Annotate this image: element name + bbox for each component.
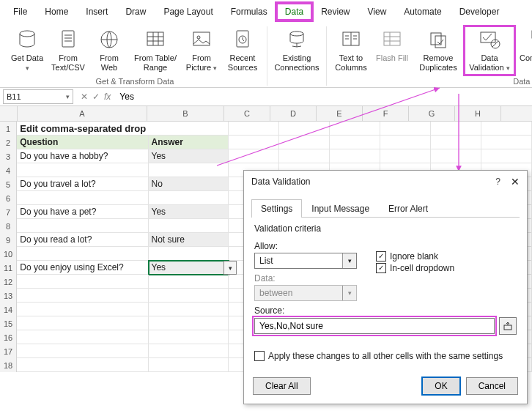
row-header[interactable]: 15 <box>0 316 17 330</box>
cell-B1[interactable] <box>148 122 229 136</box>
cell-B17[interactable] <box>149 344 229 358</box>
cell-A2[interactable]: Question <box>17 136 148 149</box>
cell-F1[interactable] <box>380 122 431 136</box>
row-header[interactable]: 8 <box>0 219 17 233</box>
cell-A1[interactable]: Edit comma-separated drop down list <box>17 122 148 136</box>
help-button[interactable]: ? <box>495 177 500 187</box>
btn-text-to-columns[interactable]: Text to Columns <box>331 26 371 75</box>
cell-C2[interactable] <box>229 136 279 149</box>
tab-view[interactable]: View <box>359 3 396 21</box>
cell-A11[interactable]: Do you enjoy using Excel? <box>17 261 148 275</box>
select-all-corner[interactable] <box>0 106 18 121</box>
cell-A17[interactable] <box>17 344 148 358</box>
cell-A4[interactable] <box>17 163 148 177</box>
allow-combo[interactable]: List▾ <box>254 253 357 269</box>
dialog-tab-input-message[interactable]: Input Message <box>302 199 379 218</box>
cell-A10[interactable] <box>17 247 148 261</box>
tab-file[interactable]: File <box>4 3 36 21</box>
name-box[interactable]: B11▾ <box>3 89 73 104</box>
cell-B10[interactable] <box>149 247 229 261</box>
btn-get-data[interactable]: Get Data ▾ <box>7 26 47 75</box>
cell-H1[interactable] <box>481 122 532 136</box>
cell-B18[interactable] <box>149 358 229 372</box>
col-header-D[interactable]: D <box>270 106 317 121</box>
cell-A6[interactable] <box>17 191 148 205</box>
col-header-H[interactable]: H <box>455 106 501 121</box>
row-header[interactable]: 17 <box>0 344 17 358</box>
row-header[interactable]: 10 <box>0 247 17 261</box>
row-header[interactable]: 11 <box>0 261 17 275</box>
row-header[interactable]: 3 <box>0 149 17 163</box>
cell-B2[interactable]: Answer <box>149 136 229 149</box>
cell-H2[interactable] <box>481 136 532 149</box>
tab-data[interactable]: Data <box>276 3 312 21</box>
cell-D3[interactable] <box>279 149 330 163</box>
tab-formulas[interactable]: Formulas <box>222 3 276 21</box>
cell-B11[interactable]: Yes <box>149 261 229 275</box>
cell-C1[interactable] <box>229 122 279 136</box>
cell-G3[interactable] <box>431 149 481 163</box>
cell-A13[interactable] <box>17 289 148 303</box>
row-header[interactable]: 6 <box>0 191 17 205</box>
tab-insert[interactable]: Insert <box>77 3 117 21</box>
col-header-C[interactable]: C <box>224 106 270 121</box>
dialog-tab-settings[interactable]: Settings <box>251 199 302 218</box>
close-icon[interactable]: ✕ <box>511 176 520 188</box>
cell-A14[interactable] <box>17 303 148 316</box>
btn-existing-connections[interactable]: Existing Connections <box>272 26 322 75</box>
cell-A15[interactable] <box>17 316 148 330</box>
cancel-formula-icon[interactable]: ✕ <box>81 92 88 102</box>
row-header[interactable]: 16 <box>0 330 17 344</box>
btn-data-validation[interactable]: Data Validation ▾ <box>465 26 514 75</box>
cell-B8[interactable] <box>149 219 229 233</box>
cell-G1[interactable] <box>431 122 481 136</box>
cell-F2[interactable] <box>380 136 431 149</box>
btn-recent-sources[interactable]: Recent Sources <box>223 26 262 75</box>
tab-review[interactable]: Review <box>312 3 358 21</box>
accept-formula-icon[interactable]: ✓ <box>92 92 100 102</box>
cell-B12[interactable] <box>149 275 229 289</box>
btn-flash-fill[interactable]: Flash Fill <box>372 26 412 75</box>
row-header[interactable]: 13 <box>0 289 17 303</box>
btn-from-web[interactable]: From Web <box>89 26 129 75</box>
cell-A16[interactable] <box>17 330 148 344</box>
row-header[interactable]: 18 <box>0 358 17 372</box>
ignore-blank-checkbox[interactable]: ✓Ignore blank <box>376 251 454 262</box>
tab-automate[interactable]: Automate <box>395 3 450 21</box>
cell-A9[interactable]: Do you read a lot? <box>17 233 148 247</box>
ok-button[interactable]: OK <box>422 377 459 395</box>
col-header-G[interactable]: G <box>409 106 455 121</box>
cell-B4[interactable] <box>149 163 229 177</box>
col-header-B[interactable]: B <box>147 106 224 121</box>
fx-icon[interactable]: fx <box>104 92 111 102</box>
grid-row[interactable]: 3Do you have a hobby?Yes <box>0 149 532 163</box>
grid-row[interactable]: 2QuestionAnswer <box>0 136 532 149</box>
dialog-tab-error-alert[interactable]: Error Alert <box>379 199 437 218</box>
tab-page-layout[interactable]: Page Layout <box>155 3 221 21</box>
cell-B7[interactable]: Yes <box>149 205 229 219</box>
row-header[interactable]: 5 <box>0 177 17 191</box>
row-header[interactable]: 12 <box>0 275 17 289</box>
cell-B5[interactable]: No <box>149 177 229 191</box>
cell-B16[interactable] <box>149 330 229 344</box>
cell-D2[interactable] <box>279 136 330 149</box>
row-header[interactable]: 2 <box>0 136 17 149</box>
clear-all-button[interactable]: Clear All <box>253 377 311 395</box>
cell-F3[interactable] <box>380 149 431 163</box>
btn-consolidate[interactable]: Consolidate <box>516 26 532 75</box>
row-header[interactable]: 7 <box>0 205 17 219</box>
cell-A3[interactable]: Do you have a hobby? <box>17 149 148 163</box>
formula-input[interactable] <box>115 90 532 103</box>
source-input[interactable] <box>254 318 495 334</box>
row-header[interactable]: 14 <box>0 303 17 316</box>
col-header-E[interactable]: E <box>317 106 363 121</box>
in-cell-dropdown-checkbox[interactable]: ✓In-cell dropdown <box>376 263 454 273</box>
btn-remove-duplicates[interactable]: Remove Duplicates <box>413 26 463 75</box>
cell-B13[interactable] <box>149 289 229 303</box>
row-header[interactable]: 1 <box>0 122 17 136</box>
cell-G2[interactable] <box>431 136 481 149</box>
grid-row[interactable]: 1Edit comma-separated drop down list <box>0 122 532 136</box>
cell-B14[interactable] <box>149 303 229 316</box>
cell-B6[interactable] <box>149 191 229 205</box>
cell-E2[interactable] <box>330 136 380 149</box>
